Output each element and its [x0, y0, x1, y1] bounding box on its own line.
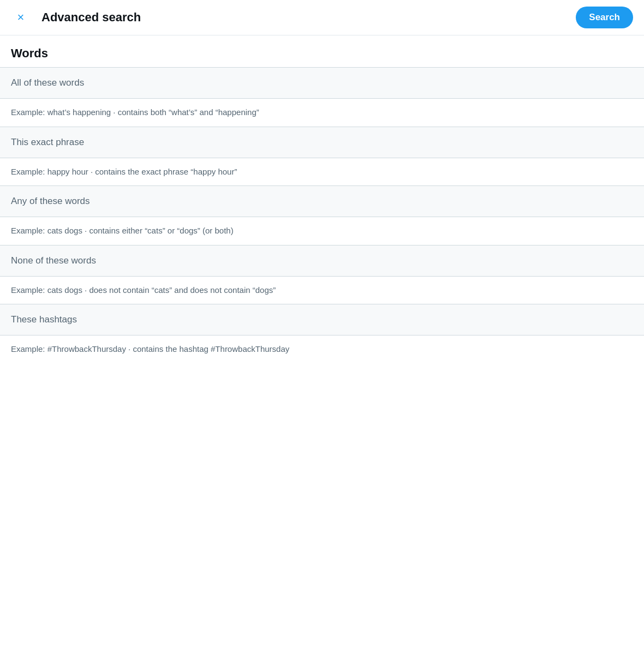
hashtags-input[interactable] [0, 304, 644, 336]
header-left: × Advanced search [11, 8, 141, 27]
all-words-example: Example: what’s happening · contains bot… [0, 99, 644, 127]
section-title-words: Words [0, 35, 644, 67]
exact-phrase-input[interactable] [0, 127, 644, 158]
words-section: Words Example: what’s happening · contai… [0, 35, 644, 363]
none-words-input[interactable] [0, 245, 644, 277]
header: × Advanced search Search [0, 0, 644, 35]
search-button[interactable]: Search [576, 7, 633, 28]
field-group-hashtags: Example: #ThrowbackThursday · contains t… [0, 304, 644, 363]
none-words-example: Example: cats dogs · does not contain “c… [0, 277, 644, 304]
exact-phrase-example: Example: happy hour · contains the exact… [0, 158, 644, 186]
field-group-all-words: Example: what’s happening · contains bot… [0, 67, 644, 127]
any-words-input[interactable] [0, 186, 644, 217]
close-button[interactable]: × [11, 8, 31, 27]
field-group-any-words: Example: cats dogs · contains either “ca… [0, 185, 644, 245]
any-words-example: Example: cats dogs · contains either “ca… [0, 217, 644, 245]
all-words-input[interactable] [0, 68, 644, 99]
hashtags-example: Example: #ThrowbackThursday · contains t… [0, 336, 644, 363]
field-group-none-words: Example: cats dogs · does not contain “c… [0, 245, 644, 304]
page-title: Advanced search [41, 10, 141, 25]
field-group-exact-phrase: Example: happy hour · contains the exact… [0, 127, 644, 186]
